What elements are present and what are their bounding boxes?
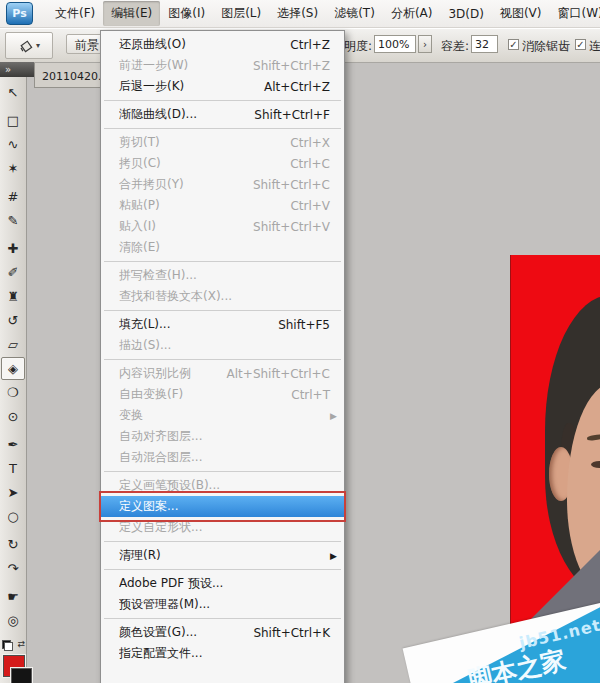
menu-item-9: 粘贴(P)Ctrl+V <box>101 195 344 216</box>
opacity-input[interactable]: 100% <box>374 35 416 53</box>
menubar-item-3[interactable]: 图层(L) <box>213 1 269 26</box>
menu-item-label: 自动混合图层... <box>119 449 330 466</box>
menu-item-shortcut: Alt+Shift+Ctrl+C <box>227 367 330 381</box>
crop-tool[interactable]: # <box>1 185 25 208</box>
menu-item-29[interactable]: 清理(R)▶ <box>101 545 344 566</box>
menu-item-16[interactable]: 填充(L)...Shift+F5 <box>101 314 344 335</box>
menu-item-label: 内容识别比例 <box>119 365 211 382</box>
menu-item-10: 贴入(I)Shift+Ctrl+V <box>101 216 344 237</box>
paint-bucket-tool[interactable]: ◈ <box>1 357 25 380</box>
menu-item-label: 贴入(I) <box>119 218 237 235</box>
color-control-row: ⇄ <box>1 639 25 652</box>
photoshop-logo: Ps <box>6 2 33 25</box>
menu-separator <box>104 618 341 619</box>
menu-item-label: Adobe PDF 预设... <box>119 575 330 592</box>
background-color-swatch[interactable] <box>11 668 32 683</box>
opacity-slider-button[interactable]: › <box>418 35 432 53</box>
move-tool[interactable]: ↖ <box>1 81 25 104</box>
type-tool[interactable]: T <box>1 457 25 480</box>
tools-panel-collapse-button[interactable]: » <box>0 62 34 77</box>
submenu-arrow-icon: ▶ <box>330 551 337 561</box>
menu-item-shortcut: Shift+F5 <box>278 318 330 332</box>
shape-tool[interactable]: ○ <box>1 505 25 528</box>
menu-item-26[interactable]: 定义图案... <box>101 496 344 517</box>
menu-item-label: 合并拷贝(Y) <box>119 176 237 193</box>
lasso-tool[interactable]: ∿ <box>1 133 25 156</box>
tools-panel: ↖□∿✶#✎✚✐♜↺▱◈❍⊙✒T➤○↻↷☛◎ ⇄ <box>0 77 27 683</box>
menubar-item-9[interactable]: 窗口(W) <box>550 1 600 26</box>
eraser-tool[interactable]: ▱ <box>1 333 25 356</box>
antialias-checkbox[interactable]: ✓ <box>508 39 519 50</box>
hand-tool[interactable]: ☛ <box>1 585 25 608</box>
tolerance-input[interactable]: 32 <box>471 35 498 53</box>
magic-wand-tool[interactable]: ✶ <box>1 157 25 180</box>
menubar-item-1[interactable]: 编辑(E) <box>103 1 160 26</box>
opacity-label: 明度: <box>344 38 372 55</box>
submenu-arrow-icon: ▶ <box>330 411 337 421</box>
menu-item-4[interactable]: 渐隐曲线(D)...Shift+Ctrl+F <box>101 104 344 125</box>
menubar-item-8[interactable]: 视图(V) <box>492 1 550 26</box>
menu-separator <box>104 471 341 472</box>
default-colors-icon[interactable] <box>2 640 13 651</box>
menu-item-34[interactable]: 颜色设置(G)...Shift+Ctrl+K <box>101 622 344 643</box>
dodge-tool[interactable]: ⊙ <box>1 405 25 428</box>
menu-item-label: 前进一步(W) <box>119 57 237 74</box>
blur-tool[interactable]: ❍ <box>1 381 25 404</box>
antialias-label: 消除锯齿 <box>522 38 570 55</box>
path-selection-tool[interactable]: ➤ <box>1 481 25 504</box>
menu-item-22: 自动对齐图层... <box>101 426 344 447</box>
history-brush-tool[interactable]: ↺ <box>1 309 25 332</box>
menu-separator <box>104 128 341 129</box>
menubar-item-4[interactable]: 选择(S) <box>269 1 326 26</box>
menubar-item-5[interactable]: 滤镜(T) <box>326 1 383 26</box>
menu-item-shortcut: Alt+Ctrl+Z <box>264 80 330 94</box>
menu-item-13: 拼写检查(H)... <box>101 265 344 286</box>
menu-item-0[interactable]: 还原曲线(O)Ctrl+Z <box>101 34 344 55</box>
brush-tool[interactable]: ✐ <box>1 261 25 284</box>
menu-item-shortcut: Ctrl+T <box>291 388 330 402</box>
menu-item-2[interactable]: 后退一步(K)Alt+Ctrl+Z <box>101 76 344 97</box>
menu-separator <box>104 261 341 262</box>
menu-item-label: 预设管理器(M)... <box>119 596 330 613</box>
eyedropper-tool[interactable]: ✎ <box>1 209 25 232</box>
menu-item-label: 还原曲线(O) <box>119 36 274 53</box>
menu-item-label: 自由变换(F) <box>119 386 275 403</box>
menu-item-14: 查找和替换文本(X)... <box>101 286 344 307</box>
swap-colors-icon[interactable]: ⇄ <box>17 639 25 649</box>
menu-item-label: 填充(L)... <box>119 316 262 333</box>
menu-item-31[interactable]: Adobe PDF 预设... <box>101 573 344 594</box>
clone-stamp-tool[interactable]: ♜ <box>1 285 25 308</box>
menubar-item-0[interactable]: 文件(F) <box>47 1 103 26</box>
menu-item-label: 渐隐曲线(D)... <box>119 106 238 123</box>
3d-rotate-tool[interactable]: ↻ <box>1 533 25 556</box>
menu-item-35[interactable]: 指定配置文件... <box>101 643 344 664</box>
zoom-tool[interactable]: ◎ <box>1 609 25 632</box>
menubar-item-7[interactable]: 3D(D) <box>440 3 491 25</box>
menu-separator <box>104 310 341 311</box>
menu-item-label: 拼写检查(H)... <box>119 267 330 284</box>
menubar-item-6[interactable]: 分析(A) <box>383 1 441 26</box>
menu-item-1: 前进一步(W)Shift+Ctrl+Z <box>101 55 344 76</box>
menu-item-32[interactable]: 预设管理器(M)... <box>101 594 344 615</box>
menu-item-shortcut: Shift+Ctrl+C <box>253 178 330 192</box>
contiguous-checkbox[interactable]: ✓ <box>575 39 586 50</box>
menu-item-label: 查找和替换文本(X)... <box>119 288 330 305</box>
menubar-item-2[interactable]: 图像(I) <box>160 1 213 26</box>
3d-orbit-tool[interactable]: ↷ <box>1 557 25 580</box>
healing-brush-tool[interactable]: ✚ <box>1 237 25 260</box>
edit-dropdown-menu: 还原曲线(O)Ctrl+Z前进一步(W)Shift+Ctrl+Z后退一步(K)A… <box>100 30 345 683</box>
menu-separator <box>104 569 341 570</box>
menu-item-label: 定义图案... <box>119 498 330 515</box>
rectangular-marquee-tool[interactable]: □ <box>1 109 25 132</box>
tool-preset-picker[interactable]: ▾ <box>5 32 53 59</box>
menu-item-label: 清除(E) <box>119 239 330 256</box>
menu-item-25: 定义画笔预设(B)... <box>101 475 344 496</box>
menu-separator <box>104 100 341 101</box>
pen-tool[interactable]: ✒ <box>1 433 25 456</box>
menu-item-11: 清除(E) <box>101 237 344 258</box>
menu-item-label: 描边(S)... <box>119 337 330 354</box>
menu-item-21: 变换▶ <box>101 405 344 426</box>
menu-item-label: 清理(R) <box>119 547 330 564</box>
menu-item-label: 定义自定形状... <box>119 519 330 536</box>
menu-item-19: 内容识别比例Alt+Shift+Ctrl+C <box>101 363 344 384</box>
